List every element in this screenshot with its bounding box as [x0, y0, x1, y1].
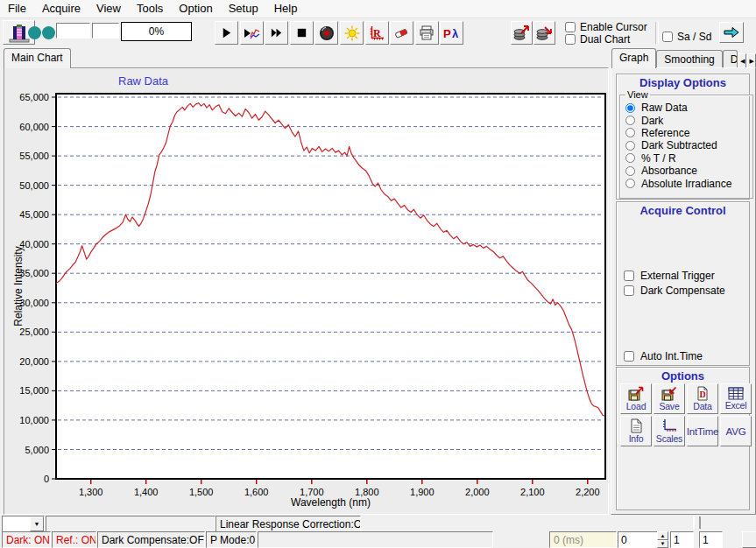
tab-main-chart[interactable]: Main Chart — [4, 48, 71, 68]
ref-status: Ref.: ON — [52, 531, 96, 548]
radio-dark[interactable] — [625, 116, 635, 125]
store-spectrum-down-button[interactable] — [533, 21, 555, 45]
fast-forward-button[interactable] — [265, 21, 288, 45]
svg-text:15,000: 15,000 — [19, 385, 49, 396]
sa-sd-row: Sa / Sd — [662, 31, 711, 43]
info-button[interactable]: Info — [620, 416, 652, 446]
view-group-label: View — [625, 89, 650, 100]
menu-item-acquire[interactable]: Acquire — [34, 0, 88, 18]
svg-text:55,000: 55,000 — [19, 151, 49, 161]
view-option-label: Dark Subtracted — [641, 139, 717, 151]
stop-button[interactable] — [290, 21, 314, 45]
external-trigger-checkbox[interactable] — [624, 270, 634, 281]
view-option-label: Absorbance — [641, 165, 697, 177]
radio-raw-data[interactable] — [625, 103, 635, 113]
menu-item-file[interactable]: File — [0, 0, 34, 18]
auto-int-time-row: Auto Int.Time — [624, 350, 703, 362]
toolbar: 0% RPλ Enable Cursor Dual Chart Sa / Sd — [0, 18, 756, 46]
display-options-title: Display Options — [617, 76, 749, 89]
enable-cursor-checkbox[interactable] — [565, 22, 576, 32]
store-spectrum-up-button[interactable] — [511, 21, 533, 45]
radio-absorbance[interactable] — [625, 166, 635, 176]
svg-text:20,000: 20,000 — [19, 356, 49, 367]
sun-icon — [344, 25, 360, 41]
spin-down-icon[interactable]: ▼ — [657, 540, 668, 548]
scans-field-1[interactable] — [670, 531, 694, 548]
peak-lambda-button[interactable]: Pλ — [440, 21, 463, 45]
spectrum-plot[interactable]: 05,00010,00015,00020,00025,00030,00035,0… — [4, 68, 608, 514]
application-window: FileAcquireViewToolsOptionSetupHelp 0% R… — [0, 0, 756, 548]
erase-button[interactable] — [390, 21, 413, 45]
inttime-button[interactable]: IntTime — [687, 416, 718, 446]
dark-status: Dark: ON — [2, 531, 51, 548]
menu-item-tools[interactable]: Tools — [129, 0, 171, 18]
radio-absolute-irradiance[interactable] — [625, 179, 635, 188]
svg-text:60,000: 60,000 — [19, 122, 49, 132]
tab-smoothing[interactable]: Smoothing — [656, 50, 722, 68]
toolbar-separator — [655, 22, 659, 44]
menu-item-option[interactable]: Option — [171, 0, 220, 18]
svg-text:1,700: 1,700 — [300, 487, 324, 497]
svg-text:2,200: 2,200 — [576, 487, 600, 497]
menu-item-setup[interactable]: Setup — [221, 0, 266, 18]
tab-der[interactable]: Der — [723, 50, 738, 68]
data-doc-icon: D — [696, 386, 710, 401]
status-led-2 — [42, 26, 55, 39]
radio-t-r[interactable] — [625, 153, 635, 163]
menu-item-help[interactable]: Help — [266, 0, 306, 18]
load-button[interactable]: Load — [620, 383, 652, 414]
enable-cursor-row: Enable Cursor — [565, 21, 647, 33]
dual-chart-row: Dual Chart — [565, 33, 630, 46]
svg-text:1,400: 1,400 — [134, 487, 159, 497]
scans-field-2[interactable] — [699, 531, 723, 548]
scales-axis-icon — [661, 418, 677, 433]
splitter-grip[interactable] — [693, 516, 701, 529]
lamp-button[interactable] — [340, 21, 364, 45]
menu-item-view[interactable]: View — [88, 0, 129, 18]
svg-text:λ: λ — [452, 27, 459, 40]
info-button-label: Info — [629, 433, 644, 444]
view-option-label: Raw Data — [641, 102, 688, 114]
inttime-button-label: IntTime — [687, 426, 719, 437]
radio-dark-subtracted[interactable] — [625, 141, 635, 151]
record-button[interactable] — [314, 21, 338, 45]
tab-graph[interactable]: Graph — [611, 48, 656, 68]
advance-button[interactable] — [719, 22, 744, 43]
play-button[interactable] — [215, 21, 238, 45]
dropdown-arrow-icon[interactable]: ▼ — [30, 516, 44, 531]
sa-sd-checkbox[interactable] — [662, 32, 673, 42]
spin-up-icon[interactable]: ▲ — [657, 531, 668, 540]
view-option-label: % T / R — [641, 152, 676, 165]
spin-value-field[interactable] — [618, 531, 659, 548]
info-doc-icon — [630, 418, 643, 433]
display-options-section: Display Options View Raw DataDarkReferen… — [616, 74, 750, 200]
ref-status-text: Ref.: ON — [56, 534, 96, 546]
channel-combobox[interactable]: ▼ — [2, 516, 45, 532]
toolbar-field-1[interactable] — [56, 23, 90, 39]
auto-int-time-checkbox[interactable] — [624, 351, 634, 362]
status-led-1 — [28, 26, 41, 39]
options-section: Options LoadSaveDDataExcelInfoScalesIntT… — [616, 367, 750, 510]
radio-reference[interactable] — [625, 128, 635, 137]
excel-button[interactable]: Excel — [720, 383, 752, 414]
menu-bar: FileAcquireViewToolsOptionSetupHelp — [0, 0, 756, 18]
scales-button[interactable]: Scales — [654, 416, 685, 446]
linear-response-panel: Linear Response Correction:OFF — [215, 516, 361, 532]
dark-compensate-checkbox[interactable] — [624, 285, 634, 296]
play-chart-button[interactable] — [240, 21, 264, 45]
svg-text:1,500: 1,500 — [189, 487, 214, 497]
data-button[interactable]: DData — [687, 383, 718, 414]
tab-scroll-right-button[interactable]: ▶ — [747, 53, 756, 68]
disk-save-icon — [661, 386, 677, 401]
toolbar-field-2[interactable] — [92, 23, 119, 39]
print-button[interactable] — [415, 21, 439, 45]
avg-button[interactable]: AVG — [720, 416, 752, 446]
control-panel: Display Options View Raw DataDarkReferen… — [611, 67, 756, 515]
dual-chart-checkbox[interactable] — [565, 34, 576, 45]
save-button[interactable]: Save — [654, 383, 685, 414]
svg-text:30,000: 30,000 — [19, 298, 49, 308]
reference-button[interactable]: R — [365, 21, 389, 45]
record-icon — [319, 25, 335, 41]
tab-scroll-left-button[interactable]: ◀ — [738, 53, 747, 68]
dark-compensate-status: Dark Compensate:OFF — [97, 531, 205, 548]
